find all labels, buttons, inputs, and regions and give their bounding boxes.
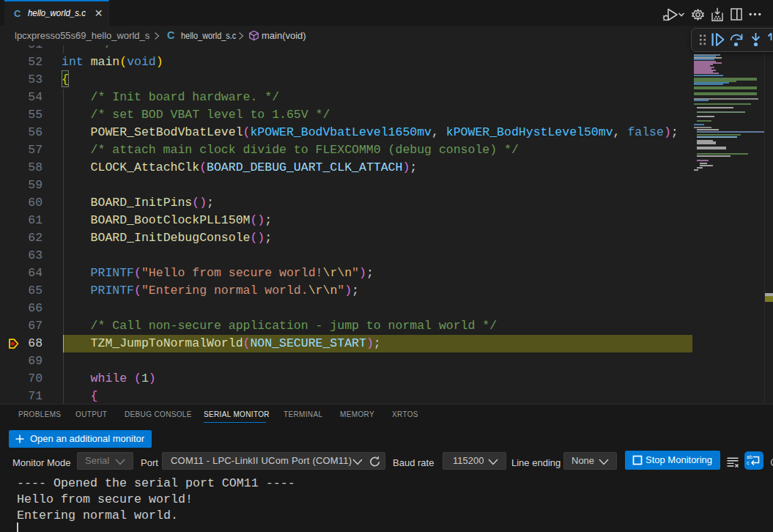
svg-text:c: c: [747, 460, 750, 465]
svg-text:ab: ab: [747, 454, 752, 459]
